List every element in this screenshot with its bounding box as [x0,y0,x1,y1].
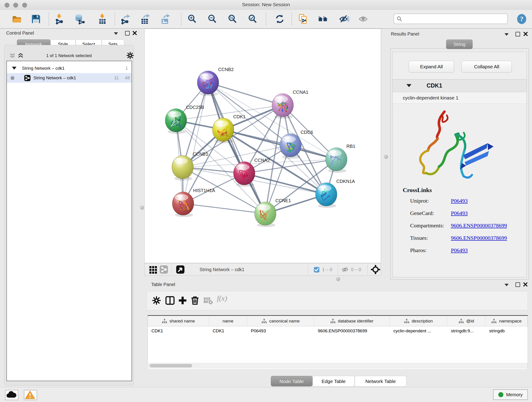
grid-view-icon[interactable] [149,265,157,274]
cdk1-entry-header[interactable]: CDK1 [393,80,526,92]
network-canvas[interactable]: CCNB2CCNA1CDC25BCDK1CDC6RB1CCNB1CCNA2CDK… [144,29,381,263]
entry-collapse-triangle[interactable] [406,84,412,87]
column-header-name[interactable]: name [209,316,247,326]
open-session-icon[interactable] [12,14,22,24]
results-panel-close-icon[interactable] [523,32,528,37]
results-panel-float-icon[interactable] [505,33,509,36]
table-cell[interactable]: stringdb:9... [447,326,486,336]
tab-network-table[interactable]: Network Table [355,376,406,386]
refresh-icon[interactable] [274,14,285,24]
node-label-CDC6: CDC6 [301,130,313,135]
column-label: shared name [170,319,195,324]
gene-description: cyclin-dependent kinase 1 [393,92,526,104]
create-column-plus-icon[interactable] [178,296,187,306]
node-CCNB2[interactable]: CCNB2 [197,67,234,96]
expand-all-button[interactable]: Expand All [409,61,454,73]
show-columns-icon[interactable] [165,296,175,306]
crosslink-link[interactable]: P06493 [451,198,468,204]
collection-expand-triangle[interactable] [12,67,17,70]
results-buttons-box: Expand All Collapse All [393,52,527,80]
column-tree-icon [491,319,497,324]
node-label-CDKN1A: CDKN1A [336,179,355,184]
cloud-button[interactable] [5,390,18,400]
network-share-view-icon [160,265,168,274]
crosslink-link[interactable]: 9606.ENSP00000378699 [451,223,507,229]
table-hscrollbar[interactable] [147,363,527,368]
table-cell[interactable]: cyclin-dependent ... [390,326,447,336]
zoom-in-icon[interactable] [187,14,197,24]
crosslink-link[interactable]: 9606.ENSP00000378699 [451,235,507,241]
node-CCNA1[interactable]: CCNA1 [272,89,308,119]
footer-separator [367,265,368,274]
node-CDKN1A[interactable]: CDKN1A [316,179,355,208]
footer-separator [308,265,308,274]
network-view-toolbar: String Network – cdk1 1 – 0 0 – 0 [144,263,381,275]
table-cell[interactable]: CDK1 [148,326,209,336]
toolbar-separator [181,13,181,26]
memory-button[interactable]: Memory [493,389,528,400]
first-neighbors-icon[interactable] [317,14,328,24]
zoom-fit-icon[interactable] [227,14,238,24]
network-options-gear-icon[interactable] [126,51,134,60]
collapse-all-button[interactable]: Collapse All [462,61,512,73]
node-table: shared namenamecanonical namedatabase id… [147,315,528,369]
column-header-namespace[interactable]: namespace [486,316,528,326]
tab-node-table[interactable]: Node Table [271,376,312,386]
zoom-out-icon[interactable] [207,14,218,24]
node-RB1[interactable]: RB1 [326,144,355,173]
control-panel-maximize-icon[interactable] [125,31,130,36]
table-cell[interactable]: stringdb [486,326,528,336]
import-table-file-icon[interactable] [97,14,108,24]
column-header-description[interactable]: description [390,316,447,326]
left-splitter-handle[interactable] [140,206,144,210]
selected-checkbox-icon[interactable] [314,267,319,274]
control-panel-float-icon[interactable] [114,32,118,35]
crosslink-link[interactable]: P06493 [451,210,468,216]
table-cell[interactable]: 9606.ENSP00000378699 [314,326,390,336]
tab-edge-table[interactable]: Edge Table [312,376,355,386]
export-table-icon[interactable] [140,14,150,24]
export-image-icon[interactable] [160,14,171,24]
results-panel-maximize-icon[interactable] [515,32,520,36]
zoom-selected-icon[interactable] [247,14,258,24]
network-row-selected[interactable]: String Network – cdk1 11 48 [7,73,132,83]
column-header-canonical-name[interactable]: canonical name [247,316,314,326]
column-header--id[interactable]: @id [447,316,486,326]
network-collection-row[interactable]: String Network – cdk1 1 [7,64,132,73]
table-cell[interactable]: P06493 [247,326,314,336]
detach-view-icon[interactable] [176,265,184,274]
hidden-eye-icon[interactable] [341,266,349,274]
node-HIST1H1A[interactable]: HIST1H1A [172,188,215,217]
birds-eye-crosshair-icon[interactable] [371,265,380,275]
table-settings-gear-icon[interactable] [152,296,161,306]
column-header-database-identifier[interactable]: database identifier [314,316,390,326]
string-network-graph: CCNB2CCNA1CDC25BCDK1CDC6RB1CCNB1CCNA2CDK… [145,29,381,263]
crosslink-row: Compartments:9606.ENSP00000378699 [410,223,525,230]
table-hscrollbar-thumb[interactable] [150,364,192,367]
table-panel-maximize-icon[interactable] [515,282,520,287]
node-CDK1[interactable]: CDK1 [212,114,245,143]
crosslink-row: Tissues:9606.ENSP00000378699 [410,235,525,243]
toolbar-separator [291,13,292,26]
svg-text:?: ? [520,15,524,22]
crosslink-link[interactable]: P06493 [451,247,468,254]
delete-column-trash-icon[interactable] [190,296,200,306]
table-cell[interactable]: CDK1 [209,326,247,336]
column-label: description [412,319,433,324]
import-network-file-icon[interactable] [54,14,65,24]
search-input[interactable] [394,13,508,24]
warning-button[interactable] [24,390,37,400]
show-all-icon[interactable] [358,14,368,24]
right-splitter-handle[interactable] [384,155,388,159]
export-network-icon[interactable] [120,14,131,24]
save-session-icon[interactable] [31,14,41,24]
table-panel-close-icon[interactable] [523,282,528,288]
duplicate-network-icon[interactable] [298,14,308,24]
tab-string[interactable]: String [446,39,473,49]
hide-selected-icon[interactable] [339,14,349,24]
import-network-database-icon[interactable] [74,14,85,24]
table-panel-float-icon[interactable] [505,284,509,286]
help-icon[interactable]: ? [516,14,527,24]
control-panel-close-icon[interactable] [132,31,137,36]
column-header-shared-name[interactable]: shared name [148,316,209,326]
